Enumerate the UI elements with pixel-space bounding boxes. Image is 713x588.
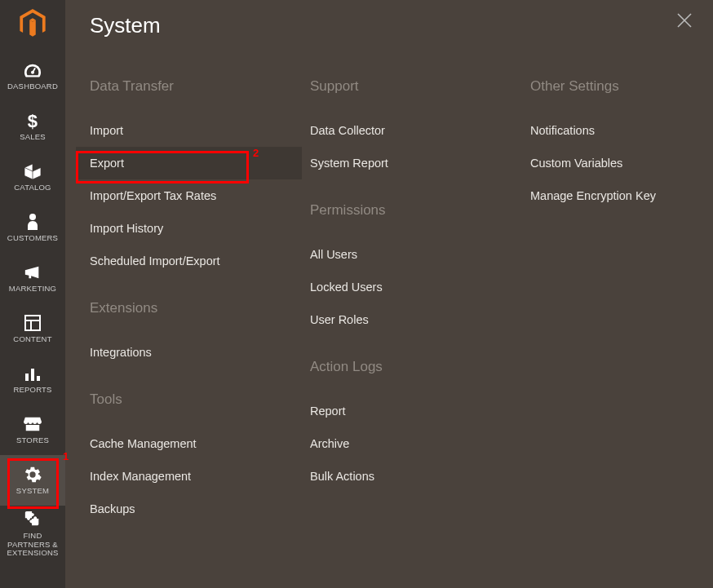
menu-archive[interactable]: Archive	[310, 427, 498, 460]
menu-column-1: Data Transfer Import Export Import/Expor…	[90, 78, 277, 525]
section-title-tools: Tools	[90, 391, 277, 408]
section-title-support: Support	[310, 78, 498, 95]
gauge-icon	[23, 61, 42, 79]
dollar-icon: $	[23, 112, 42, 130]
menu-import[interactable]: Import	[90, 114, 277, 147]
menu-export[interactable]: Export	[76, 147, 302, 179]
nav-label: SYSTEM	[15, 487, 51, 495]
nav-label: FIND PARTNERS & EXTENSIONS	[0, 532, 65, 557]
nav-label: SALES	[18, 133, 47, 141]
menu-manage-encryption-key[interactable]: Manage Encryption Key	[530, 179, 713, 212]
nav-find-partners[interactable]: FIND PARTNERS & EXTENSIONS	[0, 506, 65, 563]
nav-label: CONTENT	[11, 335, 53, 343]
menu-all-users[interactable]: All Users	[310, 238, 498, 271]
svg-rect-4	[25, 316, 40, 330]
svg-rect-8	[31, 369, 34, 381]
nav-label: CATALOG	[12, 183, 52, 192]
nav-label: MARKETING	[7, 285, 58, 293]
puzzle-icon	[23, 511, 42, 528]
bars-icon	[23, 365, 42, 382]
menu-report[interactable]: Report	[310, 395, 498, 427]
nav-dashboard[interactable]: DASHBOARD	[0, 51, 65, 101]
menu-integrations[interactable]: Integrations	[90, 336, 277, 369]
box-icon	[23, 162, 42, 180]
menu-backups[interactable]: Backups	[90, 493, 277, 525]
system-flyout-panel: System Data Transfer Import Export Impor…	[65, 0, 713, 588]
menu-cache-management[interactable]: Cache Management	[90, 427, 277, 460]
magento-logo[interactable]	[0, 0, 65, 51]
nav-label: CUSTOMERS	[6, 234, 60, 242]
section-title-permissions: Permissions	[310, 202, 498, 219]
menu-index-management[interactable]: Index Management	[90, 460, 277, 493]
gear-icon	[23, 466, 42, 484]
menu-custom-variables[interactable]: Custom Variables	[530, 147, 713, 179]
nav-marketing[interactable]: MARKETING	[0, 253, 65, 303]
svg-rect-9	[37, 376, 40, 381]
svg-point-3	[29, 214, 36, 220]
menu-scheduled-import-export[interactable]: Scheduled Import/Export	[90, 245, 277, 277]
nav-label: DASHBOARD	[6, 82, 60, 91]
section-title-action-logs: Action Logs	[310, 359, 498, 375]
nav-stores[interactable]: STORES	[0, 405, 65, 455]
layout-icon	[23, 314, 42, 332]
nav-customers[interactable]: CUSTOMERS	[0, 202, 65, 253]
svg-rect-7	[25, 374, 29, 381]
nav-system[interactable]: SYSTEM	[0, 455, 65, 506]
nav-content[interactable]: CONTENT	[0, 303, 65, 354]
menu-columns: Data Transfer Import Export Import/Expor…	[90, 78, 713, 525]
megaphone-icon	[23, 263, 42, 281]
menu-user-roles[interactable]: User Roles	[310, 303, 498, 336]
nav-sales[interactable]: $ SALES	[0, 101, 65, 152]
person-icon	[23, 213, 42, 231]
admin-sidebar: DASHBOARD $ SALES CATALOG CUSTOMERS MARK…	[0, 0, 65, 588]
menu-column-3: Other Settings Notifications Custom Vari…	[530, 78, 713, 525]
nav-label: STORES	[15, 436, 51, 444]
nav-catalog[interactable]: CATALOG	[0, 152, 65, 202]
menu-locked-users[interactable]: Locked Users	[310, 271, 498, 303]
menu-import-history[interactable]: Import History	[90, 212, 277, 245]
section-title-extensions: Extensions	[90, 300, 277, 316]
menu-import-export-tax-rates[interactable]: Import/Export Tax Rates	[90, 179, 277, 212]
section-title-other-settings: Other Settings	[530, 78, 713, 95]
close-icon	[677, 16, 692, 30]
svg-text:$: $	[28, 112, 38, 130]
menu-column-2: Support Data Collector System Report Per…	[310, 78, 498, 525]
close-button[interactable]	[677, 13, 697, 33]
menu-notifications[interactable]: Notifications	[530, 114, 713, 147]
menu-system-report[interactable]: System Report	[310, 147, 498, 179]
nav-label: REPORTS	[11, 386, 53, 394]
store-icon	[23, 415, 42, 433]
section-title-data-transfer: Data Transfer	[90, 78, 277, 95]
panel-title: System	[90, 13, 161, 38]
menu-bulk-actions[interactable]: Bulk Actions	[310, 460, 498, 493]
menu-data-collector[interactable]: Data Collector	[310, 114, 498, 147]
magento-logo-icon	[19, 9, 46, 42]
nav-reports[interactable]: REPORTS	[0, 354, 65, 405]
svg-rect-1	[33, 68, 36, 73]
